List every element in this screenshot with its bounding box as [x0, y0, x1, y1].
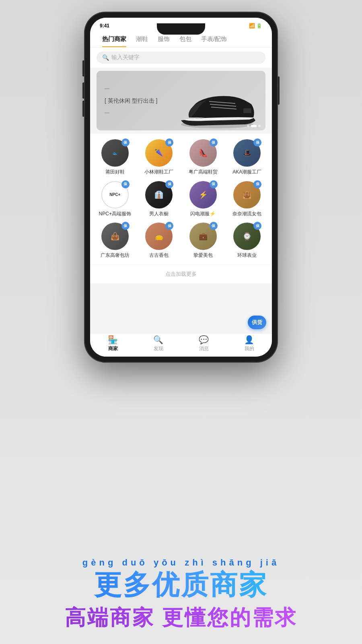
- search-placeholder: 输入关键字: [111, 54, 140, 61]
- merchant-item[interactable]: 👟 保 莆田好鞋: [94, 139, 136, 175]
- promo-big-text: 更多优质商家: [12, 570, 350, 600]
- bottom-nav-merchants[interactable]: 🏪 商家: [108, 335, 118, 352]
- protect-badge: 保: [253, 180, 261, 188]
- bottom-nav-profile[interactable]: 👤 我的: [244, 335, 254, 352]
- supply-button[interactable]: 供货: [248, 316, 266, 329]
- tab-trendy-shoes[interactable]: 潮鞋: [136, 35, 148, 47]
- banner-text: — [ 英伦休闲 型行出击 ] —: [105, 84, 157, 118]
- svg-rect-4: [243, 108, 251, 113]
- bottom-nav-profile-label: 我的: [245, 345, 254, 352]
- merchant-item[interactable]: ⚡ 保 闪电潮服⚡: [182, 181, 224, 217]
- tab-clothing[interactable]: 服饰: [158, 35, 170, 47]
- merchant-item[interactable]: 👔 保 男人衣橱: [138, 181, 180, 217]
- banner-shoe-image: [173, 74, 261, 130]
- bottom-nav-discover-label: 发现: [154, 345, 163, 352]
- bottom-navigation: 🏪 商家 🔍 发现 💬 消息 👤 我的: [90, 333, 272, 357]
- merchant-item[interactable]: 👜 保 奈奈潮流女包: [226, 181, 268, 217]
- phone-mockup: 9:41 📶 🔋 热门商家 潮鞋 服饰 包包 手表/配饰 🔍 输入关键字: [84, 12, 278, 362]
- merchant-name: 环球表业: [237, 252, 257, 259]
- merchant-name: 男人衣橱: [149, 211, 169, 217]
- status-time: 9:41: [100, 21, 109, 29]
- merchants-icon: 🏪: [108, 335, 118, 345]
- merchant-item[interactable]: 💼 保 挚爱美包: [182, 223, 224, 259]
- protect-badge: 保: [165, 180, 173, 188]
- protect-badge: 保: [253, 222, 261, 230]
- merchant-name: 挚爱美包: [193, 252, 213, 259]
- dot-2: [251, 125, 257, 127]
- dot-3: [258, 125, 261, 127]
- merchant-item[interactable]: 👜 保 广东高奢包坊: [94, 223, 136, 259]
- bottom-nav-messages-label: 消息: [199, 345, 209, 352]
- merchant-name: AKA潮服工厂: [232, 169, 261, 175]
- tab-watches[interactable]: 手表/配饰: [201, 35, 227, 47]
- protect-badge: 保: [121, 222, 130, 230]
- merchant-name: 奈奈潮流女包: [232, 211, 261, 217]
- phone-notch: [157, 23, 205, 35]
- protect-badge: 保: [210, 138, 218, 147]
- discover-icon: 🔍: [153, 335, 163, 345]
- tab-bags[interactable]: 包包: [179, 35, 191, 47]
- merchant-name: 小林潮鞋工厂: [144, 169, 173, 175]
- protect-badge: 保: [121, 138, 130, 147]
- profile-icon: 👤: [244, 335, 254, 345]
- dot-1: [247, 125, 249, 127]
- merchant-item[interactable]: 🌂 保 小林潮鞋工厂: [138, 139, 180, 175]
- status-icons: 📶 🔋: [249, 21, 262, 29]
- bottom-nav-discover[interactable]: 🔍 发现: [153, 335, 163, 352]
- protect-badge: 保: [121, 180, 130, 188]
- bottom-nav-messages[interactable]: 💬 消息: [199, 335, 209, 352]
- merchant-item[interactable]: 🎩 保 AKA潮服工厂: [226, 139, 268, 175]
- messages-icon: 💬: [199, 335, 209, 345]
- promo-sub-text: 高端商家 更懂您的需求: [12, 604, 350, 632]
- promo-section: gèng duō yōu zhì shāng jiā 更多优质商家 高端商家 更…: [0, 549, 362, 636]
- merchant-item[interactable]: 👠 保 粤广高端鞋贸: [182, 139, 224, 175]
- bottom-nav-merchants-label: 商家: [108, 345, 118, 352]
- merchant-name: 粤广高端鞋贸: [189, 169, 218, 175]
- search-input-wrap[interactable]: 🔍 输入关键字: [97, 52, 265, 64]
- tab-hot-merchants[interactable]: 热门商家: [102, 35, 126, 47]
- search-icon: 🔍: [102, 54, 109, 61]
- merchant-grid: 👟 保 莆田好鞋 🌂 保 小林潮鞋工厂 👠 保: [90, 134, 272, 264]
- banner-dots: [247, 125, 261, 127]
- load-more-button[interactable]: 点击加载更多: [90, 265, 272, 283]
- protect-badge: 保: [210, 180, 218, 188]
- protect-badge: 保: [253, 138, 261, 147]
- merchant-name: NPC+高端服饰: [99, 211, 131, 217]
- merchant-name: 古古香包: [149, 252, 169, 259]
- protect-badge: 保: [210, 222, 218, 230]
- protect-badge: 保: [165, 222, 173, 230]
- protect-badge: 保: [165, 138, 173, 147]
- merchant-name: 广东高奢包坊: [101, 252, 130, 259]
- merchant-name: 莆田好鞋: [105, 169, 125, 175]
- merchant-name: 闪电潮服⚡: [190, 211, 216, 217]
- search-bar: 🔍 输入关键字: [90, 47, 272, 68]
- phone-screen: 9:41 📶 🔋 热门商家 潮鞋 服饰 包包 手表/配饰 🔍 输入关键字: [90, 18, 272, 357]
- merchant-item[interactable]: NPC+ 保 NPC+高端服饰: [94, 181, 136, 217]
- pinyin-text: gèng duō yōu zhì shāng jiā: [12, 557, 350, 568]
- merchant-item[interactable]: ⌚ 保 环球表业: [226, 223, 268, 259]
- merchant-item[interactable]: 👝 保 古古香包: [138, 223, 180, 259]
- banner[interactable]: — [ 英伦休闲 型行出击 ] —: [97, 71, 265, 130]
